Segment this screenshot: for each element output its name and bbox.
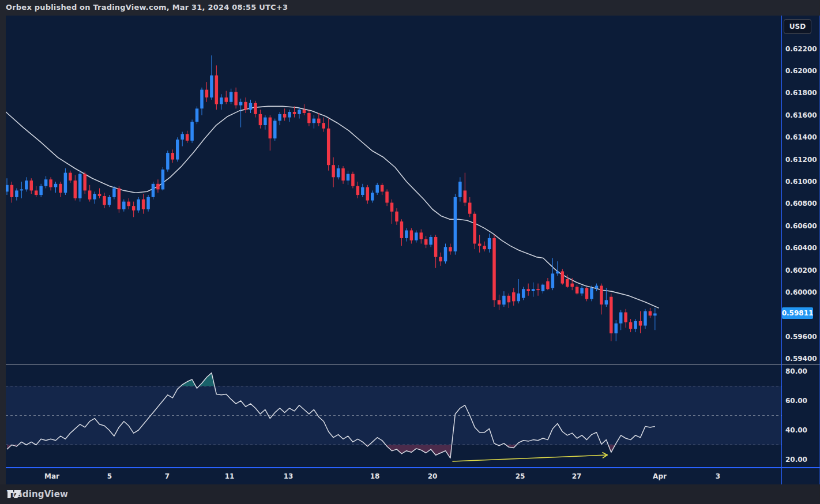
right-edge-line [819,16,819,484]
price-tick-label: 0.61800 [785,88,817,97]
left-gutter [0,16,6,484]
rsi-tick-label: 40.00 [785,426,807,435]
footer-bar: TradingView [0,484,820,504]
price-tick-label: 0.61200 [785,155,817,164]
time-tick-label: 11 [225,472,235,481]
time-axis-separator-line [6,467,820,468]
price-tick-label: 0.60600 [785,221,817,231]
rsi-indicator-pane[interactable] [6,364,781,467]
time-tick-label: Apr [653,472,667,481]
price-tick-label: 0.60000 [785,288,817,297]
time-tick-label: 3 [716,472,720,481]
price-tick-label: 0.61600 [785,111,817,120]
candlestick-price-pane[interactable] [6,16,781,364]
time-tick-label: 5 [107,472,112,481]
time-tick-label: 7 [165,472,170,481]
price-tick-label: 0.61000 [785,177,817,186]
time-tick-label: 20 [428,472,438,481]
publish-title: Orbex published on TradingView.com, Mar … [6,3,288,12]
time-tick-label: 27 [572,472,582,481]
price-tick-label: 0.60400 [785,243,817,253]
price-tick-label: 0.59600 [785,332,817,341]
publish-header: Orbex published on TradingView.com, Mar … [0,0,820,16]
tradingview-logo-icon [7,488,22,500]
moving-average-line [6,106,659,308]
tradingview-chart-page: Orbex published on TradingView.com, Mar … [0,0,820,504]
currency-usd-button[interactable]: USD [784,19,811,34]
rsi-tick-label: 20.00 [785,455,807,464]
time-tick-label: Mar [44,472,59,481]
price-tick-label: 0.62200 [785,44,817,54]
price-axis-separator-line [781,16,782,484]
tradingview-logo[interactable]: TradingView [7,488,99,500]
time-tick-label: 18 [370,472,380,481]
time-tick-label: 25 [516,472,525,481]
price-tick-label: 0.60200 [785,266,817,275]
price-tick-label: 0.61400 [785,133,817,142]
price-tick-label: 0.60800 [785,199,817,208]
price-tick-label: 0.62000 [785,66,817,76]
last-price-badge: 0.59811 [782,307,813,319]
time-tick-label: 13 [284,472,294,481]
rsi-tick-label: 60.00 [785,396,807,405]
price-tick-label: 0.59400 [785,354,817,363]
rsi-tick-label: 80.00 [785,367,807,376]
trendline-arrow[interactable] [453,453,607,461]
